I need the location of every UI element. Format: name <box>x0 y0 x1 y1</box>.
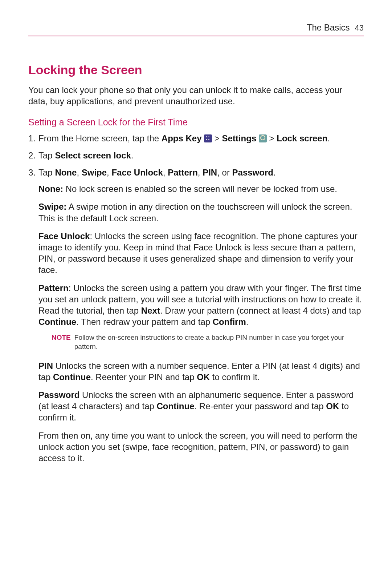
text: , <box>163 168 168 177</box>
continue-label: Continue <box>38 317 76 327</box>
text: . <box>246 317 249 327</box>
ok-label: OK <box>197 372 210 382</box>
next-label: Next <box>141 306 160 315</box>
continue-label: Continue <box>53 372 91 382</box>
desc-swipe: Swipe: A swipe motion in any direction o… <box>38 201 364 223</box>
text: . Re-enter your password and tap <box>194 401 326 411</box>
settings-icon <box>259 134 267 142</box>
settings-label: Settings <box>222 133 257 143</box>
label: PIN <box>38 361 53 371</box>
label: Swipe: <box>38 202 66 212</box>
outro-paragraph: From then on, any time you want to unloc… <box>38 430 364 464</box>
separator: > <box>267 133 277 143</box>
intro-paragraph: You can lock your phone so that only you… <box>28 84 364 107</box>
text: No lock screen is enabled so the screen … <box>63 184 337 194</box>
header-page-number: 43 <box>355 23 364 33</box>
step-3: Tap None, Swipe, Face Unlock, Pattern, P… <box>28 167 364 464</box>
ok-label: OK <box>326 401 339 411</box>
text: , <box>77 168 81 177</box>
text: . Draw your pattern (connect at least 4 … <box>160 306 361 315</box>
text: . Reenter your PIN and tap <box>91 372 197 382</box>
option-none: None <box>55 168 77 177</box>
continue-label: Continue <box>157 401 195 411</box>
option-pattern: Pattern <box>168 168 198 177</box>
page-header: The Basics 43 <box>28 22 364 36</box>
note-block: NOTE Follow the on-screen instructions t… <box>38 330 364 355</box>
text: . <box>327 133 330 143</box>
separator: > <box>212 133 222 143</box>
text: to confirm it. <box>210 372 260 382</box>
option-face-unlock: Face Unlock <box>111 168 163 177</box>
text: , <box>107 168 111 177</box>
page-title: Locking the Screen <box>28 62 364 78</box>
option-pin: PIN <box>203 168 217 177</box>
step-2: Tap Select screen lock. <box>28 150 364 161</box>
note-label: NOTE <box>52 333 71 351</box>
text: Tap <box>38 150 55 160</box>
desc-face-unlock: Face Unlock: Unlocks the screen using fa… <box>38 230 364 276</box>
label: Pattern <box>38 283 69 293</box>
label: Password <box>38 390 79 400</box>
desc-password: Password Unlocks the screen with an alph… <box>38 389 364 423</box>
steps-list: From the Home screen, tap the Apps Key >… <box>28 133 364 464</box>
label: Face Unlock <box>38 231 90 241</box>
text: . <box>131 150 134 160</box>
confirm-label: Confirm <box>213 317 246 327</box>
option-swipe: Swipe <box>82 168 107 177</box>
desc-none: None: No lock screen is enabled so the s… <box>38 183 364 194</box>
step-1: From the Home screen, tap the Apps Key >… <box>28 133 364 144</box>
text: From the Home screen, tap the <box>38 133 162 143</box>
text: A swipe motion in any direction on the t… <box>38 202 352 223</box>
option-password: Password <box>232 168 273 177</box>
desc-pattern: Pattern: Unlocks the screen using a patt… <box>38 282 364 328</box>
apps-key-label: Apps Key <box>162 133 202 143</box>
text: . <box>273 168 276 177</box>
text: Tap <box>38 168 55 177</box>
apps-key-icon <box>204 134 212 142</box>
text: , <box>198 168 203 177</box>
text: . Then redraw your pattern and tap <box>76 317 213 327</box>
note-text: Follow the on-screen instructions to cre… <box>74 333 364 351</box>
section-heading: Setting a Screen Lock for the First Time <box>28 116 364 128</box>
desc-pin: PIN Unlocks the screen with a number seq… <box>38 360 364 383</box>
label: None: <box>38 184 63 194</box>
select-screen-lock-label: Select screen lock <box>55 150 131 160</box>
header-section-title: The Basics <box>307 22 350 33</box>
text: , or <box>217 168 232 177</box>
lock-screen-label: Lock screen <box>277 133 327 143</box>
